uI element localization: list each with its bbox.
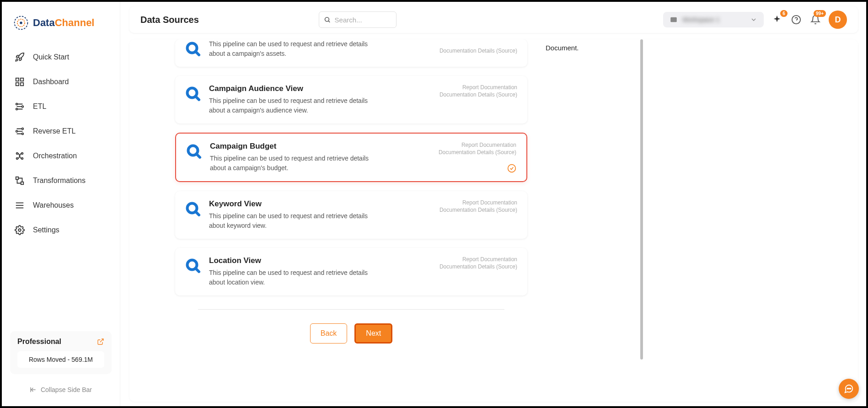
svg-point-2: [20, 21, 22, 24]
pipeline-card[interactable]: Keyword View This pipeline can be used t…: [175, 191, 527, 239]
workspace-label: Workspace 1: [682, 16, 745, 23]
sparkle-button[interactable]: 6: [771, 14, 783, 26]
pipeline-list: This pipeline can be used to request and…: [175, 39, 527, 402]
svg-line-41: [196, 268, 199, 272]
card-link[interactable]: Documentation Details (Source): [439, 48, 517, 54]
chat-fab[interactable]: [839, 379, 859, 399]
workspace-dropdown[interactable]: Workspace 1: [663, 12, 764, 27]
nav: Quick Start Dashboard ETL Reverse ETL Or…: [2, 45, 120, 331]
magnifier-icon: [186, 144, 203, 160]
search-box[interactable]: [319, 11, 396, 28]
card-link[interactable]: Report Documentation: [439, 256, 517, 263]
sidebar-item-quickstart[interactable]: Quick Start: [2, 45, 120, 70]
collapse-label: Collapse Side Bar: [41, 386, 92, 393]
svg-rect-28: [670, 17, 677, 22]
avatar[interactable]: D: [829, 11, 847, 29]
back-button[interactable]: Back: [310, 323, 348, 344]
warehouses-icon: [15, 200, 25, 210]
card-desc: This pipeline can be used to request and…: [210, 154, 384, 173]
svg-point-22: [18, 229, 21, 231]
svg-rect-5: [16, 83, 19, 86]
pipeline-card[interactable]: Location View This pipeline can be used …: [175, 248, 527, 295]
card-link[interactable]: Documentation Details (Source): [439, 91, 517, 98]
doc-text: Document.: [546, 44, 579, 52]
transformations-icon: [15, 176, 25, 186]
pipeline-card[interactable]: This pipeline can be used to request and…: [175, 39, 527, 67]
sidebar-item-transformations[interactable]: Transformations: [2, 168, 120, 193]
notifications-button[interactable]: 99+: [809, 14, 821, 26]
svg-point-10: [22, 128, 24, 130]
nav-label: Settings: [33, 226, 59, 234]
pipeline-card[interactable]: Campaign Audience View This pipeline can…: [175, 76, 527, 123]
logo-text: DataChannel: [33, 17, 94, 29]
rows-moved: Rows Moved - 569.1M: [17, 351, 104, 368]
scrollbar[interactable]: [640, 39, 643, 360]
collapse-sidebar[interactable]: Collapse Side Bar: [2, 381, 120, 398]
gear-icon: [15, 225, 25, 235]
svg-line-36: [197, 154, 200, 158]
magnifier-icon: [185, 86, 202, 102]
svg-rect-6: [21, 83, 23, 86]
svg-rect-3: [16, 78, 19, 81]
svg-point-37: [508, 165, 516, 172]
nav-label: Dashboard: [33, 78, 69, 86]
card-link[interactable]: Report Documentation: [439, 84, 517, 91]
svg-point-7: [16, 103, 18, 105]
svg-rect-4: [21, 78, 23, 81]
logo[interactable]: DataChannel: [2, 10, 120, 45]
svg-point-12: [16, 130, 18, 132]
svg-point-9: [22, 106, 24, 107]
nav-label: Orchestration: [33, 152, 77, 160]
sidebar-item-dashboard[interactable]: Dashboard: [2, 70, 120, 94]
card-desc: This pipeline can be used to request and…: [209, 96, 383, 115]
nav-label: Transformations: [33, 177, 86, 185]
sidebar-item-settings[interactable]: Settings: [2, 218, 120, 242]
nav-label: Warehouses: [33, 201, 74, 209]
sparkle-icon: [772, 15, 782, 25]
svg-point-15: [16, 158, 18, 160]
svg-line-23: [100, 339, 103, 342]
rocket-icon: [15, 52, 25, 62]
workspace-icon: [670, 16, 678, 24]
collapse-icon: [30, 386, 37, 393]
card-link[interactable]: Documentation Details (Source): [439, 207, 517, 213]
chat-icon: [844, 384, 854, 394]
card-desc: This pipeline can be used to request and…: [209, 39, 383, 59]
svg-line-39: [196, 212, 199, 215]
svg-rect-18: [21, 182, 24, 185]
chevron-down-icon: [750, 16, 757, 23]
card-link[interactable]: Report Documentation: [439, 199, 517, 206]
topbar: Data Sources Workspace 1 6 99+ D: [129, 6, 858, 33]
svg-point-11: [22, 133, 24, 135]
card-link[interactable]: Documentation Details (Source): [439, 263, 517, 270]
help-button[interactable]: [790, 14, 802, 26]
notifications-badge: 99+: [814, 10, 826, 17]
svg-point-14: [21, 153, 23, 155]
external-link-icon[interactable]: [97, 338, 104, 345]
svg-line-34: [196, 97, 199, 100]
card-desc: This pipeline can be used to request and…: [209, 211, 383, 231]
card-link[interactable]: Documentation Details (Source): [439, 149, 516, 156]
orchestration-icon: [15, 151, 25, 161]
card-link[interactable]: Report Documentation: [439, 142, 516, 148]
magnifier-icon: [185, 41, 202, 58]
svg-point-42: [847, 388, 848, 389]
sidebar-item-etl[interactable]: ETL: [2, 94, 120, 119]
sidebar-item-reverse-etl[interactable]: Reverse ETL: [2, 119, 120, 144]
next-button[interactable]: Next: [354, 323, 392, 344]
svg-rect-17: [16, 177, 19, 180]
nav-label: ETL: [33, 102, 46, 111]
logo-icon: [13, 15, 29, 31]
top-icons: 6 99+ D: [771, 11, 847, 29]
dashboard-icon: [15, 77, 25, 87]
reverse-etl-icon: [15, 126, 25, 136]
search-input[interactable]: [335, 16, 392, 24]
main-panel: This pipeline can be used to request and…: [129, 39, 858, 402]
search-icon: [324, 16, 331, 24]
sidebar-item-warehouses[interactable]: Warehouses: [2, 193, 120, 218]
plan-name: Professional: [17, 338, 61, 346]
right-panel: Document.: [546, 39, 719, 402]
sidebar: DataChannel Quick Start Dashboard ETL Re…: [2, 2, 120, 406]
sidebar-item-orchestration[interactable]: Orchestration: [2, 144, 120, 168]
pipeline-card-selected[interactable]: Campaign Budget This pipeline can be use…: [175, 133, 527, 182]
